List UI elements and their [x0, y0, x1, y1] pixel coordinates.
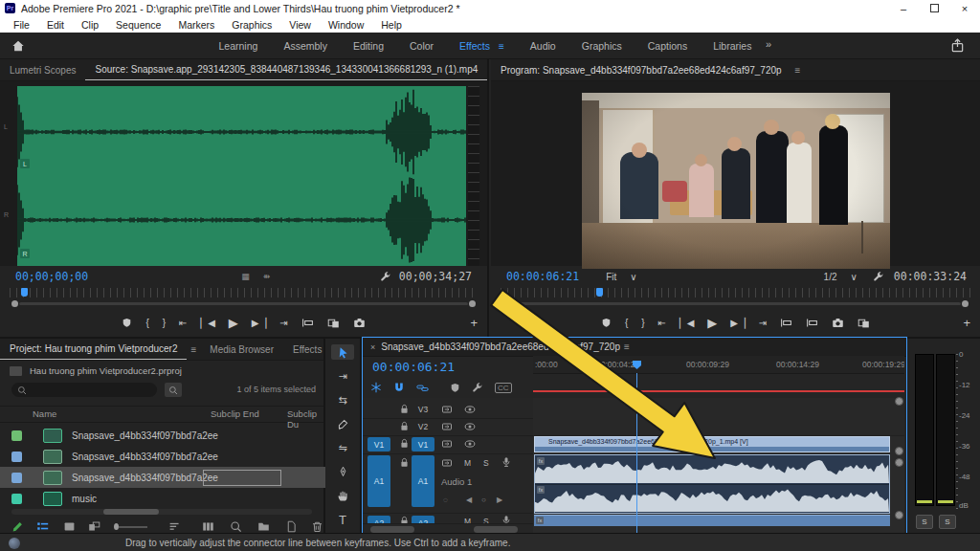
menu-view[interactable]: View: [280, 19, 320, 31]
add-marker-icon[interactable]: [122, 318, 132, 328]
item-name[interactable]: Snapsave_d4bb334f097bbd7a2ee: [72, 473, 218, 483]
program-zoom-bar[interactable]: [502, 300, 969, 307]
timeline-track-area[interactable]: fx Snapsave_d4bb334f097bbd7a2ee68ed424c6…: [533, 398, 904, 534]
source-patch-a1[interactable]: A1: [368, 455, 390, 507]
source-zoom-bar[interactable]: [11, 300, 476, 307]
export-share-icon[interactable]: [950, 38, 965, 53]
prev-keyframe-icon[interactable]: ◀: [466, 496, 472, 504]
eye-toggle-icon[interactable]: [464, 404, 476, 415]
menu-help[interactable]: Help: [372, 19, 411, 31]
project-file-name[interactable]: Hau truong phim Vietproducer2.prproj: [30, 365, 182, 376]
keyframe-toggle-icon[interactable]: ◌: [443, 496, 448, 504]
column-name[interactable]: Name: [33, 408, 56, 419]
tool-slip[interactable]: ⇋: [331, 440, 354, 455]
captions-cc-icon[interactable]: CC: [495, 383, 512, 393]
comparison-view-icon[interactable]: [858, 317, 870, 329]
menu-file[interactable]: File: [5, 19, 38, 31]
track-resize-knob[interactable]: [895, 511, 903, 519]
menu-clip[interactable]: Clip: [73, 19, 107, 31]
program-video-frame[interactable]: [582, 93, 890, 269]
mark-out-icon[interactable]: }: [163, 318, 166, 328]
lock-icon[interactable]: [399, 404, 410, 414]
source-settings-wrench-icon[interactable]: [380, 271, 391, 282]
overwrite-icon[interactable]: [327, 317, 340, 329]
source-db-scale[interactable]: [468, 86, 479, 266]
timeline-settings-wrench-icon[interactable]: [472, 382, 483, 393]
tool-ripple-edit[interactable]: ⇆: [331, 392, 354, 408]
source-zoom-icon[interactable]: ⇻: [263, 272, 271, 281]
play-button[interactable]: ▶: [707, 316, 717, 330]
track-header-a2[interactable]: A2 A2 M S: [363, 514, 533, 524]
menu-graphics[interactable]: Graphics: [223, 19, 280, 31]
source-display-mode-icon[interactable]: ▦: [241, 272, 250, 281]
sync-status-icon[interactable]: [9, 538, 20, 549]
program-scrubber[interactable]: [501, 288, 970, 298]
timeline-panel-menu-icon[interactable]: ≡: [624, 337, 630, 357]
tab-effects[interactable]: Effects: [283, 340, 331, 360]
label-chip[interactable]: [11, 452, 22, 462]
eye-toggle-icon[interactable]: [464, 438, 476, 450]
source-button-editor-plus[interactable]: +: [470, 316, 478, 330]
target-v2[interactable]: V2: [412, 420, 434, 433]
project-item-row[interactable]: Snapsave_d4bb334f097bbd7a2ee: [0, 446, 325, 467]
workspace-tab-editing[interactable]: Editing: [353, 40, 384, 52]
workspace-tab-color[interactable]: Color: [410, 40, 434, 52]
video-clip-v1[interactable]: fx Snapsave_d4bb334f097bbd7a2ee68ed424c6…: [534, 436, 890, 452]
target-v1[interactable]: V1: [412, 437, 434, 452]
new-item-icon[interactable]: [285, 520, 298, 533]
tab-program[interactable]: Program: Snapsave_d4bb334f097bbd7a2ee68e…: [491, 60, 791, 80]
workspace-overflow-icon[interactable]: »: [766, 38, 771, 50]
item-name[interactable]: music: [72, 494, 97, 504]
track-header-v2[interactable]: V2: [363, 418, 533, 436]
track-header-scroll-right[interactable]: [474, 526, 518, 533]
icon-view-icon[interactable]: [63, 520, 76, 533]
target-a2[interactable]: A2: [412, 516, 434, 524]
timeline-tab-close-icon[interactable]: ×: [370, 342, 375, 352]
voiceover-mic-icon[interactable]: [501, 456, 512, 468]
tab-project[interactable]: Project: Hau truong phim Vietproducer2: [0, 339, 187, 360]
workspace-menu-icon[interactable]: ≡: [499, 41, 504, 52]
item-name[interactable]: Snapsave_d4bb334f097bbd7a2ee: [72, 452, 218, 462]
linked-selection-icon[interactable]: [416, 382, 429, 394]
tool-razor[interactable]: [331, 416, 354, 431]
step-back-icon[interactable]: ▏◀: [200, 318, 214, 328]
delete-trash-icon[interactable]: [311, 520, 323, 533]
track-resize-knob[interactable]: [895, 397, 903, 406]
target-a1[interactable]: A1: [412, 455, 434, 507]
workspace-tab-graphics[interactable]: Graphics: [582, 40, 622, 52]
project-hscrollbar[interactable]: [11, 509, 312, 515]
export-frame-icon[interactable]: [353, 317, 366, 329]
solo-button[interactable]: S: [483, 517, 489, 524]
mark-in-icon[interactable]: {: [625, 318, 628, 328]
lock-icon[interactable]: [399, 438, 410, 449]
automate-to-sequence-icon[interactable]: [202, 520, 214, 533]
workspace-tab-learning[interactable]: Learning: [219, 40, 258, 52]
subclip-end-edit-box[interactable]: [203, 470, 281, 486]
label-chip[interactable]: [11, 430, 22, 441]
label-chip[interactable]: [11, 494, 22, 504]
lock-icon[interactable]: [399, 457, 410, 468]
sync-lock-icon[interactable]: [441, 438, 453, 450]
source-scrubber[interactable]: [10, 288, 478, 298]
timeline-tab[interactable]: Snapsave_d4bb334f097bbd7a2ee68ed424c6af9…: [381, 342, 620, 352]
program-button-editor-plus[interactable]: +: [963, 316, 970, 330]
find-icon[interactable]: [230, 520, 242, 533]
track-header-v3[interactable]: V3: [363, 401, 533, 419]
source-zoom-handle-right[interactable]: [469, 300, 476, 307]
menu-window[interactable]: Window: [320, 19, 372, 31]
mute-button[interactable]: M: [464, 458, 471, 468]
mark-out-icon[interactable]: }: [641, 318, 644, 328]
add-marker-icon[interactable]: [601, 318, 612, 328]
track-resize-knob[interactable]: [895, 458, 903, 467]
close-button[interactable]: ×: [949, 0, 980, 16]
workspace-tab-libraries[interactable]: Libraries: [713, 40, 751, 52]
project-item-row[interactable]: music: [0, 488, 325, 509]
minimize-button[interactable]: –: [888, 0, 919, 16]
goto-in-icon[interactable]: ⇤: [658, 318, 666, 328]
tool-track-select-forward[interactable]: ⇥: [331, 368, 354, 384]
mark-in-icon[interactable]: {: [145, 318, 148, 328]
search-bin-button[interactable]: [165, 383, 182, 397]
snap-magnet-icon[interactable]: [393, 382, 405, 393]
workspace-tab-effects[interactable]: Effects: [459, 40, 490, 52]
source-zoom-handle-left[interactable]: [11, 300, 18, 307]
